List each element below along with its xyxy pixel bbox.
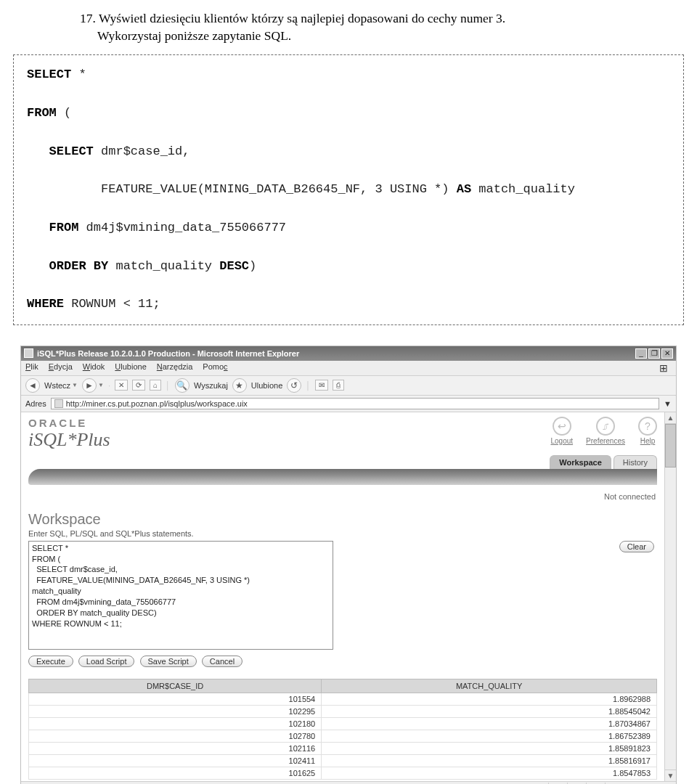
cancel-button[interactable]: Cancel <box>202 656 242 667</box>
address-url: http://miner.cs.put.poznan.pl/isqlplus/w… <box>66 399 248 408</box>
kw-select-inner: SELECT <box>49 144 94 158</box>
search-label[interactable]: Wyszukaj <box>194 381 228 390</box>
scroll-down-icon[interactable]: ▼ <box>665 769 676 781</box>
kw-where: WHERE <box>27 297 64 311</box>
header-links: ↩ Logout ⎎ Preferences ? Help <box>550 417 657 445</box>
tab-history[interactable]: History <box>614 455 657 469</box>
favorites-label[interactable]: Ulubione <box>251 381 282 390</box>
save-script-button[interactable]: Save Script <box>140 656 197 667</box>
menu-ulubione[interactable]: Ulubione <box>115 362 146 374</box>
tab-workspace[interactable]: Workspace <box>550 455 611 469</box>
oracle-brand: ORACLE <box>28 417 110 429</box>
instruction-line2: Wykorzystaj poniższe zapytanie SQL. <box>80 28 632 45</box>
minimize-button[interactable]: _ <box>635 348 647 359</box>
stop-button[interactable]: ✕ <box>115 380 128 391</box>
instruction-block: 17. Wyświetl dziesięciu klientów którzy … <box>0 0 697 50</box>
col-caseid-header: DMR$CASE_ID <box>29 679 322 693</box>
logout-icon: ↩ <box>553 417 571 436</box>
workspace-subtitle: Enter SQL, PL/SQL and SQL*Plus statement… <box>28 529 657 538</box>
sql-textarea[interactable] <box>28 541 333 650</box>
back-label[interactable]: Wstecz <box>44 381 70 390</box>
isqlplus-text: iSQL*Plus <box>28 429 110 451</box>
mail-icon[interactable]: ✉ <box>315 380 328 391</box>
page-icon <box>54 399 63 408</box>
oracle-logo: ORACLE iSQL*Plus <box>28 417 110 451</box>
menu-pomoc[interactable]: Pomoc <box>203 362 227 374</box>
results-table: DMR$CASE_ID MATCH_QUALITY 1015541.896298… <box>28 679 657 780</box>
back-button[interactable]: ◄ <box>25 378 40 393</box>
ie-content-area: ORACLE iSQL*Plus ↩ Logout ⎎ Preferences … <box>21 412 676 781</box>
address-dropdown-icon[interactable]: ▼ <box>664 399 672 408</box>
tabs: Workspace History <box>28 455 657 469</box>
instruction-line1: 17. Wyświetl dziesięciu klientów którzy … <box>80 10 632 28</box>
close-button[interactable]: ✕ <box>661 348 673 359</box>
table-row: 1022951.88545042 <box>29 705 657 717</box>
logout-link[interactable]: ↩ Logout <box>550 417 573 445</box>
ie-app-icon <box>24 348 33 358</box>
header-bar <box>28 469 657 485</box>
kw-as: AS <box>457 182 471 196</box>
print-icon[interactable]: ⎙ <box>333 380 344 391</box>
kw-orderby: ORDER BY <box>49 259 109 273</box>
ie-titlebar[interactable]: iSQL*Plus Release 10.2.0.1.0 Production … <box>21 346 676 361</box>
ie-title-text: iSQL*Plus Release 10.2.0.1.0 Production … <box>37 349 634 358</box>
address-label: Adres <box>25 399 46 408</box>
table-row: 1021801.87034867 <box>29 717 657 730</box>
execute-button[interactable]: Execute <box>28 656 73 667</box>
help-link[interactable]: ? Help <box>638 417 657 445</box>
address-field[interactable]: http://miner.cs.put.poznan.pl/isqlplus/w… <box>51 398 659 409</box>
history-icon[interactable]: ↺ <box>287 378 301 393</box>
windows-logo-icon: ⊞ <box>656 362 672 374</box>
scroll-up-icon[interactable]: ▲ <box>665 412 676 424</box>
search-icon[interactable]: 🔍 <box>175 378 189 393</box>
forward-dropdown-icon[interactable]: ▼ <box>98 382 104 388</box>
menu-edycja[interactable]: Edycja <box>49 362 73 374</box>
scroll-thumb[interactable] <box>665 424 676 467</box>
col-matchquality-header: MATCH_QUALITY <box>322 679 657 693</box>
table-row: 1021161.85891823 <box>29 742 657 754</box>
ie-statusbar: Internet <box>21 781 676 784</box>
menu-plik[interactable]: Plik <box>25 362 38 374</box>
table-row: 1016251.8547853 <box>29 767 657 779</box>
clear-button[interactable]: Clear <box>619 541 654 552</box>
load-script-button[interactable]: Load Script <box>78 656 135 667</box>
table-row: 1027801.86752389 <box>29 730 657 742</box>
ie-toolbar: ◄ Wstecz ▼ ► ▼ · ✕ ⟳ ⌂ │ 🔍 Wyszukaj ★ Ul… <box>21 376 676 396</box>
kw-from: FROM <box>27 106 57 120</box>
maximize-button[interactable]: ❐ <box>648 348 660 359</box>
ie-addressbar: Adres http://miner.cs.put.poznan.pl/isql… <box>21 396 676 412</box>
back-dropdown-icon[interactable]: ▼ <box>72 382 78 388</box>
table-row: 1024111.85816917 <box>29 754 657 767</box>
connection-status: Not connected <box>28 492 656 501</box>
menu-narzedzia[interactable]: Narzędzia <box>157 362 193 374</box>
ie-window: iSQL*Plus Release 10.2.0.1.0 Production … <box>20 346 677 784</box>
help-icon: ? <box>638 417 657 436</box>
kw-desc: DESC <box>219 259 249 273</box>
preferences-link[interactable]: ⎎ Preferences <box>586 417 625 445</box>
ie-menubar: Plik Edycja Widok Ulubione Narzędzia Pom… <box>21 361 676 376</box>
action-buttons: Execute Load Script Save Script Cancel <box>28 656 657 667</box>
oracle-header: ORACLE iSQL*Plus ↩ Logout ⎎ Preferences … <box>28 417 657 451</box>
sql-code-block: SELECT * FROM ( SELECT dmr$case_id, FEAT… <box>13 54 684 324</box>
favorites-icon[interactable]: ★ <box>232 378 247 393</box>
kw-from-inner: FROM <box>49 221 79 234</box>
home-button[interactable]: ⌂ <box>150 380 161 391</box>
vertical-scrollbar[interactable]: ▲ ▼ <box>664 412 676 781</box>
refresh-button[interactable]: ⟳ <box>132 380 145 391</box>
workspace-title: Workspace <box>28 511 657 528</box>
menu-widok[interactable]: Widok <box>83 362 105 374</box>
table-row: 1015541.8962988 <box>29 693 657 705</box>
preferences-icon: ⎎ <box>596 417 615 436</box>
forward-button[interactable]: ► <box>82 378 97 393</box>
kw-select: SELECT <box>27 68 71 81</box>
